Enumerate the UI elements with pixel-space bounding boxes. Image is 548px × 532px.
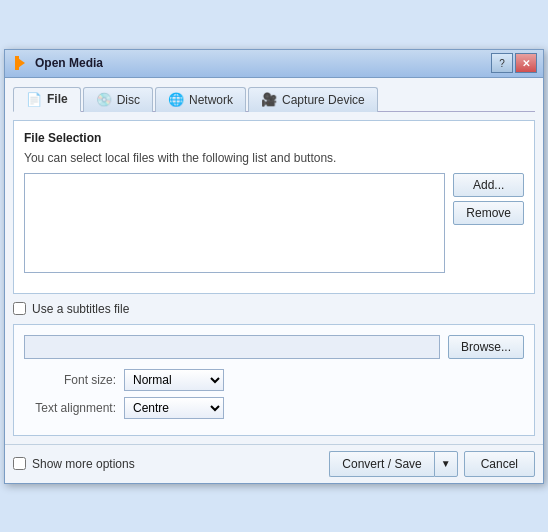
tab-network-label: Network [189,93,233,107]
capture-tab-icon: 🎥 [261,92,277,107]
title-bar: Open Media ? ✕ [5,50,543,78]
cancel-button[interactable]: Cancel [464,451,535,477]
subtitle-path-input[interactable] [24,335,440,359]
subtitle-checkbox[interactable] [13,302,26,315]
subtitle-checkbox-label[interactable]: Use a subtitles file [13,302,129,316]
help-button[interactable]: ? [491,53,513,73]
bottom-bar: Show more options Convert / Save ▼ Cance… [5,444,543,483]
font-size-row: Font size: Normal Small Large Extra Larg… [24,369,524,391]
bottom-buttons: Convert / Save ▼ Cancel [329,451,535,477]
file-selection-title: File Selection [24,131,524,145]
tab-network[interactable]: 🌐 Network [155,87,246,112]
show-more-text: Show more options [32,457,135,471]
file-list-area: Add... Remove [24,173,524,273]
main-panel: File Selection You can select local file… [13,120,535,294]
show-more-label[interactable]: Show more options [13,457,135,471]
open-media-window: Open Media ? ✕ 📄 File 💿 Disc 🌐 Network 🎥… [4,49,544,484]
subtitle-options-box: Browse... Font size: Normal Small Large … [13,324,535,436]
network-tab-icon: 🌐 [168,92,184,107]
window-content: 📄 File 💿 Disc 🌐 Network 🎥 Capture Device… [5,78,543,444]
file-selection-desc: You can select local files with the foll… [24,151,524,165]
add-button[interactable]: Add... [453,173,524,197]
tab-capture[interactable]: 🎥 Capture Device [248,87,378,112]
file-list-box[interactable] [24,173,445,273]
app-icon [11,54,29,72]
text-alignment-row: Text alignment: Centre Left Right [24,397,524,419]
subtitle-checkbox-row: Use a subtitles file [13,302,535,316]
show-more-checkbox[interactable] [13,457,26,470]
tab-file[interactable]: 📄 File [13,87,81,112]
tab-disc[interactable]: 💿 Disc [83,87,153,112]
subtitle-path-row: Browse... [24,335,524,359]
subtitle-checkbox-text: Use a subtitles file [32,302,129,316]
window-title: Open Media [35,56,489,70]
tab-file-label: File [47,92,68,106]
tab-bar: 📄 File 💿 Disc 🌐 Network 🎥 Capture Device [13,86,535,112]
font-size-select[interactable]: Normal Small Large Extra Large [124,369,224,391]
text-alignment-label: Text alignment: [24,401,124,415]
remove-button[interactable]: Remove [453,201,524,225]
browse-button[interactable]: Browse... [448,335,524,359]
close-button[interactable]: ✕ [515,53,537,73]
file-tab-icon: 📄 [26,92,42,107]
convert-save-split-button: Convert / Save ▼ [329,451,457,477]
tab-disc-label: Disc [117,93,140,107]
font-size-label: Font size: [24,373,124,387]
svg-marker-1 [15,56,19,70]
convert-save-arrow-button[interactable]: ▼ [434,451,458,477]
tab-capture-label: Capture Device [282,93,365,107]
convert-save-button[interactable]: Convert / Save [329,451,433,477]
file-buttons: Add... Remove [453,173,524,225]
text-alignment-select[interactable]: Centre Left Right [124,397,224,419]
disc-tab-icon: 💿 [96,92,112,107]
